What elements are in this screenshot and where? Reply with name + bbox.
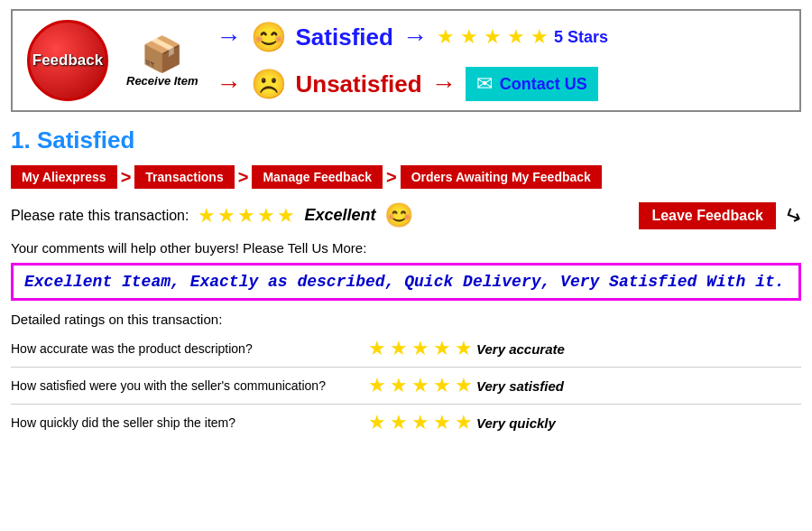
rating-stars-1: ★ ★ ★ ★ ★ Very accurate: [368, 337, 565, 360]
sad-smiley: ☹️: [251, 67, 287, 101]
rate-stars: ★ ★ ★ ★ ★: [198, 204, 295, 228]
rate-and-btn-row: Please rate this transaction: ★ ★ ★ ★ ★ …: [0, 198, 812, 233]
star-5: ★: [531, 25, 549, 49]
comments-label: Your comments will help other buyers! Pl…: [0, 238, 812, 259]
contact-us-box: ✉ Contact US: [466, 67, 598, 101]
star-3: ★: [484, 25, 502, 49]
star-2: ★: [460, 25, 478, 49]
rating-row-3: How quickly did the seller ship the item…: [0, 408, 812, 437]
rating-stars-2: ★ ★ ★ ★ ★ Very satisfied: [368, 374, 564, 397]
rate-star-1: ★: [198, 204, 216, 228]
breadcrumb-sep-1: >: [121, 167, 132, 188]
rating-row-1: How accurate was the product description…: [0, 334, 812, 363]
rating-answer-1: Very accurate: [476, 341, 565, 357]
arrow-right-red-1: →: [217, 70, 242, 98]
satisfied-heading: 1. Satisfied: [11, 126, 801, 154]
unsatisfied-text: Unsatisfied: [296, 70, 422, 98]
arrow-right-red-2: →: [431, 70, 457, 98]
rate-star-5: ★: [277, 204, 295, 228]
receive-item-label: Receive Item: [126, 74, 198, 88]
breadcrumb-row: My Aliexpress > Transactions > Manage Fe…: [0, 165, 812, 189]
breadcrumb-sep-3: >: [386, 167, 397, 188]
section-satisfied: 1. Satisfied: [0, 121, 812, 165]
star-4: ★: [507, 25, 525, 49]
comment-box: Excellent Iteam, Exactly as described, Q…: [11, 263, 801, 301]
detailed-label: Detailed ratings on this transaction:: [0, 308, 812, 331]
satisfied-row: → 😊 Satisfied → ★ ★ ★ ★ ★ 5 Stars: [217, 20, 608, 54]
breadcrumb-myaliexpress[interactable]: My Aliexpress: [11, 165, 117, 189]
curved-arrow-icon: ↵: [780, 200, 805, 230]
rating-question-3: How quickly did the seller ship the item…: [11, 415, 354, 430]
rate-star-2: ★: [217, 204, 235, 228]
feedback-label: Feedback: [32, 51, 103, 70]
receive-item-box: 📦 Receive Item: [126, 34, 198, 88]
happy-smiley: 😊: [251, 20, 287, 54]
arrow-right-blue-2: →: [402, 23, 428, 51]
leave-feedback-button[interactable]: Leave Feedback: [639, 202, 776, 229]
rate-star-3: ★: [237, 204, 255, 228]
rate-label: Please rate this transaction:: [11, 208, 189, 224]
divider-2: [11, 404, 801, 405]
breadcrumb-sep-2: >: [238, 167, 249, 188]
feedback-circle: Feedback: [27, 20, 108, 101]
rating-question-2: How satisfied were you with the seller's…: [11, 378, 354, 393]
contact-us-text: Contact US: [500, 75, 587, 94]
satisfied-text: Satisfied: [296, 23, 393, 51]
rate-left: Please rate this transaction: ★ ★ ★ ★ ★ …: [11, 201, 413, 229]
rating-question-1: How accurate was the product description…: [11, 341, 354, 356]
arrow-right-blue-1: →: [217, 23, 242, 51]
breadcrumb-orders-awaiting[interactable]: Orders Awaiting My Feedback: [401, 165, 602, 189]
excellent-text: Excellent: [304, 206, 375, 225]
unsatisfied-row: → ☹️ Unsatisfied → ✉ Contact US: [217, 67, 608, 101]
flow-arrows: → 😊 Satisfied → ★ ★ ★ ★ ★ 5 Stars → ☹️ U…: [217, 20, 608, 101]
rating-answer-2: Very satisfied: [476, 378, 564, 394]
top-banner: Feedback 📦 Receive Item → 😊 Satisfied → …: [11, 9, 801, 112]
five-stars-text: 5 Stars: [554, 28, 608, 47]
rating-stars-3: ★ ★ ★ ★ ★ Very quickly: [368, 411, 556, 434]
rating-answer-3: Very quickly: [476, 415, 556, 431]
rate-star-4: ★: [257, 204, 275, 228]
smiley-excellent: 😊: [384, 201, 413, 229]
divider-1: [11, 367, 801, 368]
mail-icon: ✉: [476, 72, 493, 96]
package-icon: 📦: [141, 34, 183, 74]
breadcrumb-transactions[interactable]: Transactions: [134, 165, 234, 189]
five-stars-row: ★ ★ ★ ★ ★ 5 Stars: [437, 25, 608, 49]
star-1: ★: [437, 25, 455, 49]
rating-row-2: How satisfied were you with the seller's…: [0, 371, 812, 400]
breadcrumb-manage-feedback[interactable]: Manage Feedback: [252, 165, 383, 189]
rate-right: Leave Feedback ↵: [639, 202, 801, 229]
